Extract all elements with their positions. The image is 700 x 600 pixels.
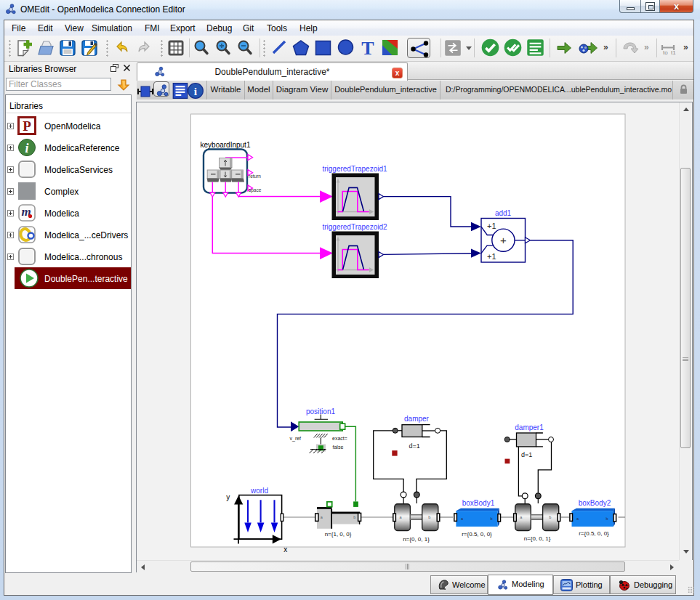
svg-text:world: world <box>250 487 268 495</box>
svg-text:space: space <box>249 187 262 193</box>
svg-text:v_ref: v_ref <box>290 436 302 442</box>
svg-text:r={0.5, 0, 0}: r={0.5, 0, 0} <box>579 530 609 537</box>
svg-text:d=1: d=1 <box>409 442 420 450</box>
svg-text:b: b <box>353 515 355 519</box>
svg-text:d=1: d=1 <box>521 451 532 458</box>
svg-text:y: y <box>226 493 230 501</box>
svg-text:i: i <box>194 85 198 97</box>
svg-text:t1: t1 <box>671 49 676 56</box>
svg-text:false: false <box>333 445 344 450</box>
svg-text:exact=: exact= <box>332 436 347 441</box>
svg-text:triggeredTrapezoid1: triggeredTrapezoid1 <box>322 165 387 173</box>
svg-text:+1: +1 <box>487 222 496 230</box>
svg-text:damper1: damper1 <box>515 423 544 431</box>
svg-text:n={0, 0, 1}: n={0, 0, 1} <box>524 535 551 542</box>
svg-text:boxBody2: boxBody2 <box>579 499 611 507</box>
svg-text:x: x <box>283 546 287 554</box>
svg-text:i: i <box>25 141 28 155</box>
svg-text:boxBody1: boxBody1 <box>462 499 495 507</box>
svg-text:+1: +1 <box>487 252 496 261</box>
svg-text:n={1, 0, 0}: n={1, 0, 0} <box>325 531 352 538</box>
svg-text:keyboardInput1: keyboardInput1 <box>201 141 251 149</box>
svg-text:damper: damper <box>404 415 430 423</box>
svg-text:return: return <box>249 174 261 179</box>
svg-text:+: + <box>500 234 507 246</box>
svg-text:T: T <box>361 39 374 57</box>
svg-text:triggeredTrapezoid2: triggeredTrapezoid2 <box>322 223 387 231</box>
svg-text:add1: add1 <box>495 209 512 217</box>
svg-text:P: P <box>23 118 31 134</box>
svg-text:n={0, 0, 1}: n={0, 0, 1} <box>403 536 430 543</box>
svg-text:r={0.5, 0, 0}: r={0.5, 0, 0} <box>462 531 492 538</box>
svg-text:to: to <box>663 49 668 56</box>
svg-text:position1: position1 <box>306 408 335 415</box>
